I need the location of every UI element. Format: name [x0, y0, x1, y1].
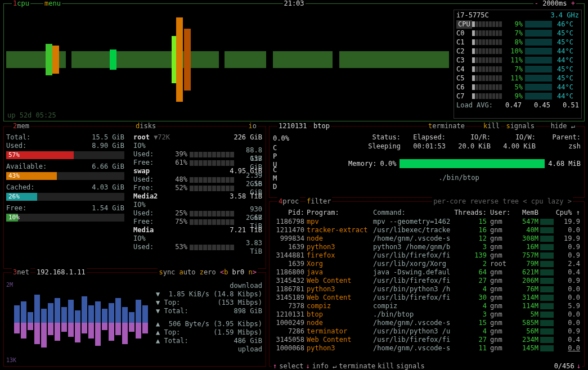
- load-avg: Load AVG: 0.47 0.45 0.51: [456, 101, 579, 110]
- net-opts[interactable]: sync auto zero <b br0 n>: [158, 268, 258, 277]
- mem-free-bar: 10%: [6, 214, 124, 222]
- cpu-core-row: CPU9%46°C: [456, 20, 579, 29]
- upload-label: upload: [238, 345, 262, 354]
- detail-name: btop: [312, 122, 331, 130]
- cpu-clock: 3.4 GHz: [550, 11, 579, 20]
- mem-avail-bar: 43%: [6, 172, 124, 180]
- cpu-core-row: C511%45°C: [456, 74, 579, 83]
- process-row[interactable]: 3145189Web Content/usr/lib/firefox/fi30g…: [272, 294, 582, 302]
- detail-cmd: ./bin/btop: [337, 174, 581, 182]
- kill-button[interactable]: kill: [482, 122, 501, 130]
- process-row[interactable]: 3144881firefox/usr/lib/firefox/fi139gnm7…: [272, 251, 582, 260]
- io-toggle[interactable]: io: [248, 122, 258, 130]
- cpu-core-row: C18%45°C: [456, 38, 579, 47]
- net-ip: 192.168.1.11: [35, 268, 87, 277]
- proc-header: Pid: Program: Command: Threads: User: Me…: [272, 209, 582, 217]
- process-row[interactable]: 1210131btop./bin/btop3gnm5M0.0: [272, 310, 582, 319]
- process-row[interactable]: 1186798mpvmpv --geometry=146215gnm547M19…: [272, 218, 582, 226]
- process-row[interactable]: 1639Xorg/usr/lib/xorg/Xorg2root79M2.4: [272, 260, 582, 268]
- disks-toggle[interactable]: disks: [134, 122, 157, 130]
- process-row[interactable]: 7378compizcompiz4gnm114M5.9: [272, 302, 582, 310]
- download-label: download: [230, 282, 262, 290]
- detail-memory: Memory: 0.0% 4.68 MiB: [348, 159, 581, 168]
- process-row[interactable]: 999834node/home/gnm/.vscode-s12gnm308M19…: [272, 234, 582, 243]
- cpu-graph: [6, 10, 449, 110]
- proc-opts[interactable]: per-core reverse tree < cpu lazy >: [432, 197, 573, 206]
- process-row[interactable]: 3145432Web Content/usr/lib/firefox/fi27g…: [272, 277, 582, 285]
- cpu-core-row: C07%45°C: [456, 29, 579, 38]
- cpu-core-row: C47%45°C: [456, 65, 579, 74]
- process-row[interactable]: 1186800javajava -Dswing.defaul64gnm621M0…: [272, 268, 582, 277]
- update-rate[interactable]: - 2000ms +: [533, 0, 576, 8]
- disk-section: root ▼72K226 GiBIO%Used:39%88.8 GiBFree:…: [133, 133, 262, 167]
- detail-pid: 1210131: [277, 122, 308, 130]
- disk-section: Media 7.21 TiBIO%Used:53%3.83 TiB: [133, 226, 262, 251]
- cpu-core-row: C210%44°C: [456, 47, 579, 56]
- disks-list: root ▼72K226 GiBIO%Used:39%88.8 GiBFree:…: [133, 133, 262, 266]
- clock: 21:03: [282, 0, 305, 8]
- cpu-core-table: i7-5775C 3.4 GHz CPU9%46°CC07%45°CC18%45…: [454, 10, 582, 119]
- mem-title[interactable]: 2mem: [12, 122, 30, 130]
- filter-button[interactable]: filter: [306, 197, 332, 206]
- cpu-core-row: C311%44°C: [456, 56, 579, 65]
- net-title[interactable]: 3net: [12, 268, 30, 277]
- process-row[interactable]: 1000249node/home/gnm/.vscode-s15gnm585M0…: [272, 319, 582, 327]
- proc-title[interactable]: 4proc: [277, 197, 300, 206]
- mem-used-bar: 57%: [6, 151, 124, 159]
- signals-button[interactable]: signals: [505, 122, 536, 130]
- detail-cpu-pct: 0.0%: [273, 134, 289, 143]
- net-graph: 2M 13K: [6, 282, 151, 364]
- hide-button[interactable]: hide ↵: [550, 122, 576, 130]
- terminate-button[interactable]: terminate: [427, 122, 466, 130]
- process-row[interactable]: 1186781python3/usr/bin/python3 /h4gnm76M…: [272, 285, 582, 294]
- disk-section: swap 4.95 GiBUsed:48%2.39 GiBFree:52%2.5…: [133, 167, 262, 192]
- menu-button[interactable]: menu: [43, 0, 62, 8]
- process-row[interactable]: 1211470tracker-extract/usr/libexec/track…: [272, 226, 582, 234]
- mem-panel: 2mem disks io Total:15.5 GiB Used:8.90 G…: [3, 126, 266, 269]
- process-detail-panel: 1210131 btop terminate kill signals hide…: [269, 126, 585, 198]
- cpu-panel: 1cpu menu 21:03 - 2000ms + up 52d 05:25 …: [3, 3, 585, 121]
- cpu-core-row: C79%44°C: [456, 92, 579, 101]
- disk-section: Media2 3.58 TiBIO%Used:25%930 GiBFree:75…: [133, 192, 262, 226]
- mem-cached-bar: 26%: [6, 193, 124, 201]
- process-row[interactable]: 7286terminator/usr/bin/python3 /u4gnm56M…: [272, 327, 582, 336]
- process-list-panel: 4proc filter per-core reverse tree < cpu…: [269, 201, 585, 367]
- cpu-model: i7-5775C: [456, 11, 489, 20]
- net-panel: 3net 192.168.1.11 sync auto zero <b br0 …: [3, 272, 266, 367]
- cpu-title[interactable]: 1cpu: [12, 0, 30, 8]
- process-row[interactable]: 1000068python3/home/gnm/.vscode-s11gnm14…: [272, 344, 582, 353]
- process-row[interactable]: 3145058Web Content/usr/lib/firefox/fi27g…: [272, 336, 582, 344]
- process-row[interactable]: 1639python3python3 /home/gnm/b3gnm16M0.9: [272, 243, 582, 251]
- uptime: up 52d 05:25: [7, 111, 56, 120]
- cpu-core-row: C65%44°C: [456, 83, 579, 92]
- proc-footer[interactable]: ↑ select ↓ info ↵ terminate kill signals…: [272, 362, 582, 370]
